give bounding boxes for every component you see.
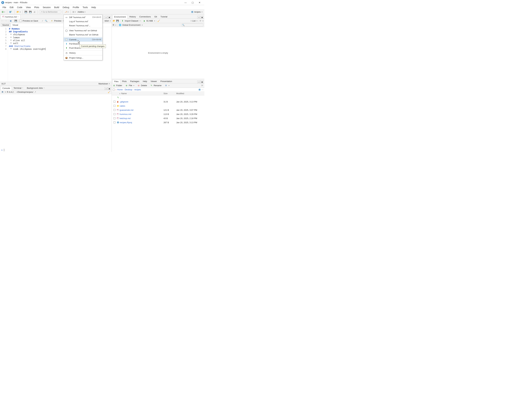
import-dataset-button[interactable]: Import Dataset xyxy=(125,20,138,22)
menu-tools[interactable]: Tools xyxy=(81,6,89,9)
menu-code[interactable]: Code xyxy=(16,6,24,9)
file-row[interactable]: 📁cakes xyxy=(112,104,204,108)
goto-file-function-input[interactable]: ↗Go to file/function xyxy=(39,10,61,14)
menu-session[interactable]: Session xyxy=(41,6,52,9)
back-icon[interactable]: ⟸ xyxy=(1,20,4,22)
file-checkbox[interactable] xyxy=(114,113,116,115)
find-replace-icon[interactable]: 🔍 xyxy=(45,20,47,22)
file-language[interactable]: Markdown xyxy=(99,82,108,85)
new-project-button[interactable]: R+ xyxy=(8,11,13,13)
ctx-history-icon[interactable]: ◷History xyxy=(64,51,102,55)
addins-button[interactable]: Addins▾ xyxy=(77,10,86,13)
file-checkbox[interactable] xyxy=(114,117,116,119)
menu-build[interactable]: Build xyxy=(53,6,61,9)
tab-environment[interactable]: Environment xyxy=(112,15,127,19)
breadcrumb-home[interactable]: Home xyxy=(117,88,123,91)
save-all-button[interactable]: 💾 xyxy=(28,10,32,13)
save-button[interactable]: 💾 xyxy=(24,10,28,13)
more-button[interactable]: ⋯ xyxy=(201,88,203,91)
parent-dir-link[interactable]: .. xyxy=(120,96,121,99)
close-icon[interactable]: × xyxy=(44,87,45,89)
working-directory[interactable]: ~/Desktop/recipes/ xyxy=(16,91,33,93)
menu-profile[interactable]: Profile xyxy=(71,6,81,9)
file-row[interactable]: hummus.md113 BJan 20, 2025, 3:29 PM xyxy=(112,112,204,116)
open-file-button[interactable]: 📂▾ xyxy=(16,10,21,13)
tab-git[interactable]: Git xyxy=(153,15,159,18)
sort-arrow-icon[interactable]: ▲ xyxy=(119,93,121,94)
file-link[interactable]: .gitignore xyxy=(120,101,128,103)
ctx-log-icon[interactable]: Log of "hummus.md" xyxy=(64,19,102,23)
file-checkbox[interactable] xyxy=(114,121,116,123)
preview-button[interactable]: Preview xyxy=(54,20,61,22)
tab-packages[interactable]: Packages xyxy=(128,79,141,83)
console-body[interactable]: > xyxy=(0,94,112,152)
menu-file[interactable]: File xyxy=(1,6,8,9)
vcs-button[interactable]: ⎇▾ xyxy=(64,10,69,13)
menu-help[interactable]: Help xyxy=(90,6,98,9)
file-row[interactable]: guacamole.md121 BJan 20, 2025, 3:07 PM xyxy=(112,108,204,112)
new-file-button[interactable]: ⊕▾ xyxy=(1,10,6,14)
close-button[interactable]: ✕ xyxy=(196,0,203,5)
column-name[interactable]: Name xyxy=(121,92,127,95)
ctx-diff-icon[interactable]: ▭Diff "hummus.md"Ctrl+Alt+D xyxy=(64,15,102,19)
close-tab-icon[interactable]: × xyxy=(17,16,19,18)
new-folder-button[interactable]: Folder xyxy=(116,84,122,87)
minimize-button[interactable]: — xyxy=(182,0,189,5)
pane-maximize-button[interactable]: ▣ xyxy=(108,16,111,18)
file-checkbox[interactable] xyxy=(114,105,116,107)
environment-scope[interactable]: Global Environment xyxy=(122,24,140,26)
menu-edit[interactable]: Edit xyxy=(8,6,15,9)
breadcrumb-recipes[interactable]: recipes xyxy=(134,88,141,91)
refresh-icon[interactable]: ⟳ xyxy=(199,20,202,22)
source-view-button[interactable]: Source xyxy=(1,23,11,27)
tab-plots[interactable]: Plots xyxy=(120,79,128,83)
spell-check-icon[interactable]: ✓ xyxy=(41,20,44,22)
save-workspace-icon[interactable]: 💾 xyxy=(116,20,119,22)
more-gear-icon[interactable]: ⚙ xyxy=(165,84,167,87)
file-link[interactable]: recipes.Rproj xyxy=(120,121,132,124)
file-link[interactable]: cakes xyxy=(120,105,125,107)
ctx-blame-icon[interactable]: Blame "hummus.md" on GitHub xyxy=(64,33,102,37)
pane-minimize-button[interactable]: ▭ xyxy=(197,16,200,18)
go-to-project-dir-icon[interactable]: R xyxy=(199,88,201,91)
menu-view[interactable]: View xyxy=(24,6,32,9)
ctx-commit-icon[interactable]: ✓Commit...Ctrl+Alt+M xyxy=(64,38,102,42)
home-icon[interactable]: ⌂ xyxy=(115,88,116,91)
publish-button-partial[interactable]: blish xyxy=(105,20,109,22)
ctx-setup-icon[interactable]: 📦Project Setup... xyxy=(64,56,102,60)
pane-maximize-button[interactable]: ▣ xyxy=(200,16,203,18)
visual-view-button[interactable]: Visual xyxy=(11,23,20,27)
show-in-new-window-icon[interactable]: ▣ xyxy=(9,20,12,22)
print-button[interactable]: 🖨 xyxy=(33,10,36,13)
pane-maximize-button[interactable]: ▣ xyxy=(108,87,111,90)
list-view-button[interactable]: List xyxy=(192,20,195,22)
pane-maximize-button[interactable]: ▣ xyxy=(200,81,203,83)
file-checkbox[interactable] xyxy=(114,109,116,111)
load-workspace-icon[interactable]: 📂 xyxy=(113,20,115,22)
tab-help[interactable]: Help xyxy=(141,79,149,83)
maximize-button[interactable]: ▢ xyxy=(189,0,196,5)
pane-minimize-button[interactable]: ▭ xyxy=(105,87,107,90)
project-menu[interactable]: R recipes ▾ xyxy=(190,10,203,13)
tab-presentation[interactable]: Presentation xyxy=(159,79,174,83)
rename-button[interactable]: Rename xyxy=(154,84,161,87)
ctx-github-icon[interactable]: ◯View "hummus.md" on GitHub xyxy=(64,28,102,33)
new-file-button[interactable]: File xyxy=(129,84,132,87)
clear-workspace-icon[interactable]: 🧹 xyxy=(157,20,160,22)
pane-minimize-button[interactable]: ▭ xyxy=(197,81,200,83)
tab-tutorial[interactable]: Tutorial xyxy=(159,15,169,18)
env-search-input[interactable]: 🔍 xyxy=(181,23,203,27)
tab-history[interactable]: History xyxy=(127,15,138,18)
delete-button[interactable]: Delete xyxy=(141,84,147,87)
tab-viewer[interactable]: Viewer xyxy=(149,79,159,83)
preview-on-save-checkbox[interactable] xyxy=(19,20,22,22)
file-link[interactable]: guacamole.md xyxy=(120,109,133,111)
close-icon[interactable]: × xyxy=(22,87,23,89)
r-scope[interactable]: R xyxy=(113,24,114,26)
preview-gear-icon[interactable]: ☀ xyxy=(51,20,53,22)
source-tab-hummus[interactable]: hummus.md × xyxy=(1,15,20,19)
menu-debug[interactable]: Debug xyxy=(61,6,71,9)
refresh-files-icon[interactable]: ⟳ xyxy=(201,84,203,87)
column-modified[interactable]: Modified xyxy=(176,92,203,95)
file-link[interactable]: ketchup.md xyxy=(120,117,130,120)
